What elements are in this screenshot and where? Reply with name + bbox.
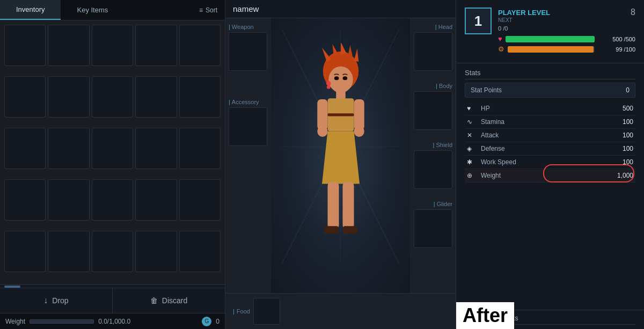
- inventory-slot-15[interactable]: [4, 179, 46, 221]
- weapon-slot[interactable]: [229, 32, 267, 71]
- inventory-slot-3[interactable]: [135, 25, 177, 66]
- inventory-slot-1[interactable]: [48, 25, 89, 66]
- stat-name-attack: Attack: [481, 131, 606, 139]
- drop-icon: [43, 296, 48, 305]
- stamina-bar-row: ⚙ 99 /100: [498, 45, 635, 53]
- player-level-label: PLAYER LEVEL: [498, 9, 550, 17]
- shield-slot-group: Shield: [414, 142, 452, 189]
- performance-section: Performance Stats After: [456, 310, 644, 329]
- svg-rect-18: [342, 182, 354, 229]
- stat-value-work speed: 100: [606, 158, 633, 166]
- accessory-label: Accessory: [229, 99, 268, 105]
- svg-point-16: [354, 126, 364, 137]
- inventory-slot-16[interactable]: [48, 179, 89, 221]
- svg-rect-14: [354, 99, 364, 130]
- inventory-slot-8[interactable]: [135, 76, 177, 118]
- inventory-slot-2[interactable]: [92, 25, 133, 66]
- stat-row-weight: ⊕ Weight 1,000: [465, 169, 635, 182]
- accessory-slot-group: Accessory: [229, 99, 268, 146]
- discard-button[interactable]: Discard: [113, 288, 225, 313]
- weapon-slot-group: Weapon: [229, 24, 268, 71]
- after-badge: After: [456, 302, 514, 329]
- stat-name-hp: HP: [481, 105, 606, 112]
- svg-rect-20: [343, 226, 357, 233]
- scrollbar-thumb: [4, 286, 20, 288]
- head-label: Head: [435, 24, 452, 30]
- head-slot[interactable]: [414, 32, 452, 71]
- status-right: G 0: [202, 317, 219, 326]
- stats-panel: 1 PLAYER LEVEL 8 NEXT 0 /0 ♥ 500 /500 ⚙: [456, 0, 644, 329]
- inventory-slot-9[interactable]: [179, 76, 221, 118]
- stat-name-work speed: Work Speed: [481, 158, 606, 166]
- inventory-slot-21[interactable]: [48, 231, 89, 272]
- inventory-slot-14[interactable]: [179, 128, 221, 169]
- svg-point-22: [326, 85, 330, 89]
- inventory-slot-20[interactable]: [4, 231, 46, 272]
- weight-bar: [30, 319, 94, 324]
- sort-icon: [199, 6, 203, 14]
- inventory-slot-23[interactable]: [135, 231, 177, 272]
- food-slot[interactable]: [253, 298, 280, 325]
- inventory-grid: [0, 20, 225, 284]
- inventory-tabs: Inventory Key Items Sort: [0, 0, 225, 20]
- character-model-area: [271, 18, 410, 293]
- tab-inventory[interactable]: Inventory: [0, 0, 61, 20]
- inventory-slot-13[interactable]: [135, 128, 177, 169]
- stamina-bar-bg: [508, 46, 595, 53]
- inventory-slot-17[interactable]: [92, 179, 133, 221]
- inventory-slot-11[interactable]: [48, 128, 89, 169]
- stat-icon-weight: ⊕: [467, 172, 478, 179]
- inventory-slot-7[interactable]: [92, 76, 133, 118]
- inventory-slot-4[interactable]: [179, 25, 221, 66]
- stat-icon-work speed: ✱: [467, 158, 478, 166]
- svg-marker-9: [354, 49, 358, 62]
- inventory-slot-18[interactable]: [135, 179, 177, 221]
- discard-icon: [150, 296, 158, 305]
- svg-point-21: [326, 81, 331, 86]
- inventory-slot-6[interactable]: [48, 76, 89, 118]
- player-next-val: 8: [631, 8, 635, 17]
- player-info: PLAYER LEVEL 8 NEXT 0 /0 ♥ 500 /500 ⚙: [498, 8, 635, 55]
- stat-name-weight: Weight: [481, 172, 606, 179]
- shield-slot[interactable]: [414, 150, 452, 189]
- stat-row-attack: ✕ Attack 100: [465, 129, 635, 142]
- glider-slot[interactable]: [414, 209, 452, 248]
- hp-bar-bg: [506, 36, 595, 42]
- stat-value-weight: 1,000: [606, 172, 633, 179]
- stamina-bar-fill: [508, 46, 594, 53]
- inventory-slot-0[interactable]: [4, 25, 46, 66]
- food-area: Food: [225, 293, 456, 329]
- hp-bar-fill: [506, 36, 595, 42]
- coin-value: 0: [216, 318, 219, 325]
- drop-button[interactable]: Drop: [0, 288, 113, 313]
- stat-points-row: Stat Points 0: [465, 83, 635, 98]
- player-level-box: 1: [465, 8, 492, 34]
- body-slot[interactable]: [414, 91, 452, 130]
- stat-value-defense: 100: [606, 145, 633, 152]
- svg-point-24: [334, 76, 339, 80]
- food-label: Food: [233, 308, 250, 315]
- svg-point-15: [317, 126, 327, 137]
- inventory-slot-12[interactable]: [92, 128, 133, 169]
- tab-key-items[interactable]: Key Items: [61, 1, 124, 19]
- svg-rect-23: [327, 113, 354, 116]
- shield-label: Shield: [433, 142, 452, 148]
- inventory-slot-10[interactable]: [4, 128, 46, 169]
- accessory-slot[interactable]: [229, 107, 267, 146]
- body-slot-group: Body: [414, 83, 452, 130]
- action-buttons: Drop Discard: [0, 288, 225, 313]
- stats-section: Stats Stat Points 0 ♥ HP 500 ∿ Stamina 1…: [456, 63, 644, 310]
- drop-label: Drop: [52, 296, 68, 305]
- inventory-slot-19[interactable]: [179, 179, 221, 221]
- stat-icon-hp: ♥: [467, 105, 478, 112]
- svg-rect-19: [324, 226, 338, 233]
- inventory-slot-22[interactable]: [92, 231, 133, 272]
- inventory-slot-24[interactable]: [179, 231, 221, 272]
- inventory-scrollbar[interactable]: [0, 284, 225, 288]
- stats-rows: ♥ HP 500 ∿ Stamina 100 ✕ Attack 100 ◈ De…: [465, 102, 635, 182]
- inventory-slot-5[interactable]: [4, 76, 46, 118]
- stat-value-attack: 100: [606, 131, 633, 139]
- sort-button[interactable]: Sort: [192, 2, 225, 18]
- stat-row-hp: ♥ HP 500: [465, 102, 635, 115]
- player-next-label: NEXT: [498, 17, 635, 23]
